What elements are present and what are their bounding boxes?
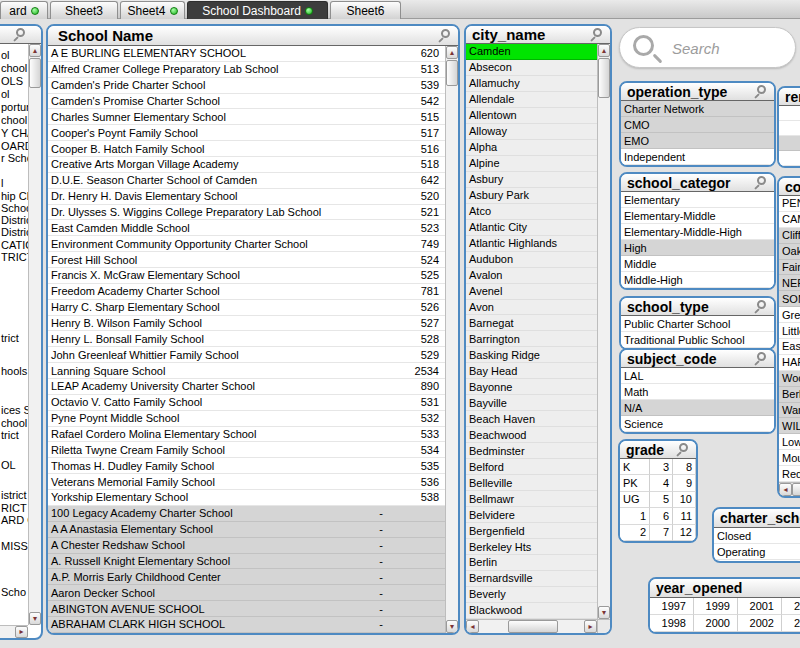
school-row[interactable]: Aaron Decker School - <box>48 585 445 601</box>
city-row[interactable]: Bay Head <box>466 363 597 379</box>
school-row[interactable]: Veterans Memorial Family School 536 <box>48 474 445 490</box>
scroll-thumb[interactable] <box>29 58 41 88</box>
grade-cell[interactable]: 11 <box>673 508 696 524</box>
school-row[interactable]: Pyne Poynt Middle School 532 <box>48 411 445 427</box>
search-icon[interactable] <box>441 29 450 38</box>
city-row[interactable]: Alpine <box>466 156 597 172</box>
school-row[interactable]: Creative Arts Morgan Village Academy 518 <box>48 157 445 173</box>
grade-cell[interactable]: 9 <box>673 475 696 491</box>
scroll-thumb[interactable] <box>792 483 800 496</box>
filter-row[interactable]: SOME <box>779 291 800 307</box>
filter-row[interactable]: Science <box>621 416 774 432</box>
filter-row[interactable]: Elementary <box>621 192 774 208</box>
grade-cell[interactable]: UG <box>620 492 650 508</box>
filter-row[interactable]: Charter Network <box>621 101 774 117</box>
left-horizontal-scrollbar[interactable]: ▸ <box>0 625 28 638</box>
city-row[interactable]: Audubon <box>466 252 597 268</box>
city-row[interactable]: Beverly <box>466 587 597 603</box>
filter-row[interactable]: Moun <box>779 450 800 466</box>
search-icon[interactable] <box>757 352 766 361</box>
city-row[interactable]: Bedminster <box>466 443 597 459</box>
list-row-fragment[interactable]: Scho <box>1 584 26 600</box>
school-row[interactable]: ABRAHAM CLARK HIGH SCHOOL - <box>48 617 445 633</box>
school-category-caption[interactable]: school_categor <box>621 174 774 192</box>
year-cell[interactable]: 2000 <box>694 615 738 632</box>
school-row[interactable]: Henry L. Bonsall Family School 528 <box>48 331 445 347</box>
scroll-up-icon[interactable]: ▴ <box>446 46 458 59</box>
con-horizontal-scrollbar[interactable]: ◂ <box>779 482 800 496</box>
filter-row[interactable]: Public Charter School <box>621 316 774 332</box>
city-row[interactable]: Bayonne <box>466 379 597 395</box>
school-row[interactable]: Riletta Twyne Cream Family School 534 <box>48 442 445 458</box>
school-row[interactable]: 100 Legacy Academy Charter School - <box>48 506 445 522</box>
school-row[interactable]: Charles Sumner Elementary School 515 <box>48 109 445 125</box>
list-row-fragment[interactable]: hools c <box>1 363 28 379</box>
search-box[interactable]: Search <box>619 27 796 68</box>
grade-cell[interactable]: PK <box>620 475 650 491</box>
filter-row[interactable]: Independent <box>621 149 774 165</box>
city-row[interactable]: Beachwood <box>466 427 597 443</box>
filter-row[interactable]: LAL <box>621 368 774 384</box>
filter-row[interactable]: Elementary-Middle-High <box>621 224 774 240</box>
school-row[interactable]: D.U.E. Season Charter School of Camden 6… <box>48 173 445 189</box>
filter-row[interactable]: Math <box>621 384 774 400</box>
city-row[interactable]: Asbury Park <box>466 188 597 204</box>
list-row-fragment[interactable]: trict <box>1 330 19 346</box>
school-row[interactable]: Freedom Academy Charter School 781 <box>48 284 445 300</box>
city-row[interactable]: Belleville <box>466 475 597 491</box>
tab-sheet3[interactable]: Sheet3 <box>50 1 118 19</box>
city-horizontal-scrollbar[interactable]: ◂ ▸ <box>466 619 597 633</box>
list-row-fragment[interactable]: trict <box>1 427 19 443</box>
scroll-up-icon[interactable]: ▴ <box>598 44 610 57</box>
list-row-fragment[interactable]: ARD OF <box>1 512 28 528</box>
city-row[interactable]: Atlantic City <box>466 220 597 236</box>
school-row[interactable]: Lanning Square School 2534 <box>48 363 445 379</box>
school-row[interactable]: ABINGTON AVENUE SCHOOL - <box>48 601 445 617</box>
scroll-right-icon[interactable]: ▸ <box>584 620 597 633</box>
filter-row[interactable] <box>779 136 800 151</box>
school-row[interactable]: Camden's Promise Charter School 542 <box>48 94 445 110</box>
filter-row[interactable]: Little <box>779 323 800 339</box>
school-row[interactable]: Henry B. Wilson Family School 527 <box>48 316 445 332</box>
scroll-right-icon[interactable]: ▸ <box>15 626 28 638</box>
city-row[interactable]: Asbury <box>466 172 597 188</box>
filter-row[interactable]: NEPT <box>779 275 800 291</box>
grade-cell[interactable]: 2 <box>620 525 650 541</box>
city-row[interactable]: Berkeley Hts <box>466 539 597 555</box>
school-row[interactable]: Harry C. Sharp Elementary School 526 <box>48 300 445 316</box>
year-cell[interactable]: 2 <box>782 598 800 615</box>
scroll-thumb[interactable] <box>446 60 458 86</box>
search-icon[interactable] <box>757 300 766 309</box>
filter-row[interactable]: Traditional Public School <box>621 332 774 348</box>
grade-caption[interactable]: grade <box>620 441 696 459</box>
school-row[interactable]: Alfred Cramer College Preparatory Lab Sc… <box>48 62 445 78</box>
school-row[interactable]: Environment Community Opportunity Charte… <box>48 236 445 252</box>
city-row[interactable]: Beach Haven <box>466 411 597 427</box>
school-type-caption[interactable]: school_type <box>621 298 774 316</box>
filter-row[interactable]: Middle <box>621 256 774 272</box>
city-row[interactable]: Bellmawr <box>466 491 597 507</box>
grade-cell[interactable]: 3 <box>650 459 673 475</box>
city-row[interactable]: Avenel <box>466 284 597 300</box>
search-icon[interactable] <box>757 176 766 185</box>
charter-school-caption[interactable]: charter_scho <box>714 509 800 528</box>
filter-row[interactable]: PENN <box>779 196 800 212</box>
school-row[interactable]: East Camden Middle School 523 <box>48 220 445 236</box>
school-row[interactable]: Camden's Pride Charter School 539 <box>48 78 445 94</box>
city-row[interactable]: Allendale <box>466 92 597 108</box>
operation-type-caption[interactable]: operation_type <box>621 83 774 101</box>
filter-row[interactable]: WILD <box>779 418 800 434</box>
scroll-left-icon[interactable]: ◂ <box>779 483 792 496</box>
school-name-caption[interactable]: School Name <box>48 26 458 46</box>
school-row[interactable]: A.P. Morris Early Childhood Center - <box>48 569 445 585</box>
list-row-fragment[interactable]: OL <box>1 457 16 473</box>
tab-sheet4[interactable]: Sheet4 <box>120 1 185 19</box>
school-row[interactable]: Dr. Ulysses S. Wiggins College Preparato… <box>48 205 445 221</box>
filter-row[interactable]: Berke <box>779 387 800 403</box>
city-row[interactable]: Bernardsville <box>466 571 597 587</box>
grade-cell[interactable]: 5 <box>650 492 673 508</box>
year-cell[interactable]: 1999 <box>694 598 738 615</box>
school-row[interactable]: Yorkship Elementary School 538 <box>48 490 445 506</box>
grade-cell[interactable]: 10 <box>673 492 696 508</box>
school-row[interactable]: Rafael Cordero Molina Elementary School … <box>48 427 445 443</box>
